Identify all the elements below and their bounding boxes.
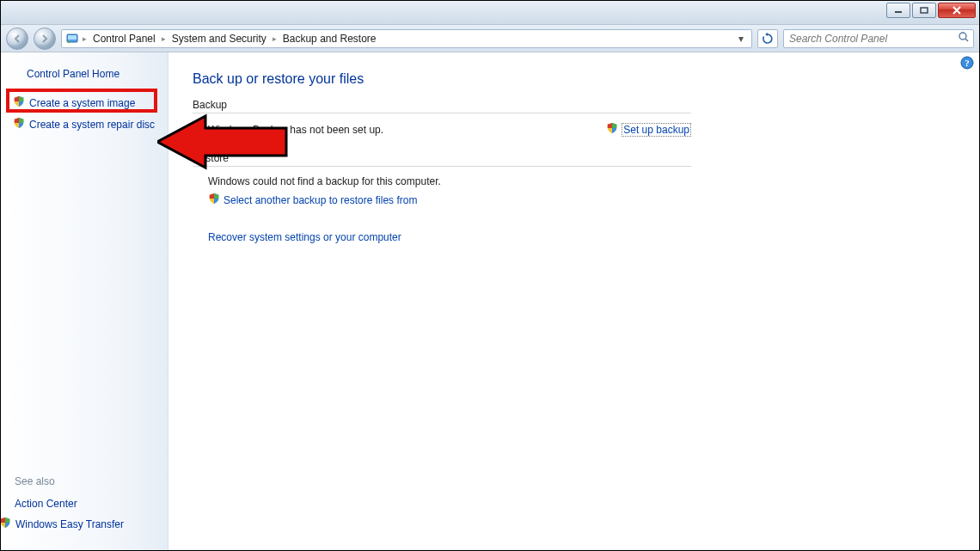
shield-icon xyxy=(13,95,25,110)
chevron-right-icon: ▸ xyxy=(162,34,166,43)
chevron-right-icon: ▸ xyxy=(273,34,277,43)
sidebar-task-create-repair-disc[interactable]: Create a system repair disc xyxy=(1,113,168,135)
sidebar-task-label: Create a system image xyxy=(29,97,135,109)
shield-icon xyxy=(0,517,11,531)
sidebar: Control Panel Home Create a system image xyxy=(1,52,168,550)
main-pane: ? Back up or restore your files Backup W… xyxy=(168,52,979,550)
search-box[interactable] xyxy=(783,29,974,48)
shield-icon xyxy=(208,193,220,207)
svg-rect-3 xyxy=(68,35,77,40)
breadcrumb-system-security[interactable]: System and Security xyxy=(169,30,269,47)
restore-section: Restore Windows could not find a backup … xyxy=(193,152,691,243)
svg-rect-1 xyxy=(921,8,928,13)
restore-status-text: Windows could not find a backup for this… xyxy=(193,175,691,187)
see-also-easy-transfer[interactable]: Windows Easy Transfer xyxy=(15,513,154,535)
page-title: Back up or restore your files xyxy=(193,71,955,87)
sidebar-task-create-system-image[interactable]: Create a system image xyxy=(1,92,168,113)
maximize-button[interactable] xyxy=(912,3,936,18)
address-dropdown-icon[interactable]: ▾ xyxy=(734,33,748,45)
forward-button[interactable] xyxy=(34,28,56,50)
svg-point-5 xyxy=(959,33,966,40)
breadcrumb-control-panel[interactable]: Control Panel xyxy=(90,30,158,47)
backup-section-header: Backup xyxy=(193,99,691,113)
breadcrumb-backup-restore[interactable]: Backup and Restore xyxy=(280,30,379,47)
navigation-bar: ▸ Control Panel ▸ System and Security ▸ … xyxy=(1,25,979,52)
shield-icon xyxy=(13,117,25,132)
search-icon xyxy=(958,31,970,46)
address-bar[interactable]: ▸ Control Panel ▸ System and Security ▸ … xyxy=(61,29,752,48)
content-area: Control Panel Home Create a system image xyxy=(1,52,979,550)
svg-line-6 xyxy=(965,39,968,41)
setup-backup-link[interactable]: Set up backup xyxy=(622,123,691,137)
help-icon[interactable]: ? xyxy=(960,56,974,72)
window-titlebar xyxy=(1,1,979,25)
search-input[interactable] xyxy=(787,32,958,46)
svg-rect-0 xyxy=(895,11,902,13)
svg-point-4 xyxy=(68,40,70,42)
refresh-button[interactable] xyxy=(757,29,778,48)
shield-icon xyxy=(606,122,618,137)
see-also-header: See also xyxy=(15,475,154,487)
restore-section-header: Restore xyxy=(193,152,691,167)
backup-status-text: Windows Backup has not been set up. xyxy=(208,124,383,136)
see-also-section: See also Action Center Windows Easy Tran… xyxy=(1,475,168,550)
select-another-backup-link[interactable]: Select another backup to restore files f… xyxy=(224,194,417,206)
back-button[interactable] xyxy=(6,28,28,50)
chevron-right-icon: ▸ xyxy=(83,34,87,43)
minimize-button[interactable] xyxy=(886,3,910,18)
close-button[interactable] xyxy=(938,3,976,18)
backup-section: Backup Windows Backup has not been set u… xyxy=(193,99,691,137)
control-panel-home-link[interactable]: Control Panel Home xyxy=(1,68,168,92)
recover-settings-link[interactable]: Recover system settings or your computer xyxy=(208,231,401,243)
see-also-action-center[interactable]: Action Center xyxy=(15,494,154,513)
sidebar-task-label: Create a system repair disc xyxy=(29,119,155,131)
svg-text:?: ? xyxy=(965,58,970,68)
control-panel-icon xyxy=(65,32,79,46)
